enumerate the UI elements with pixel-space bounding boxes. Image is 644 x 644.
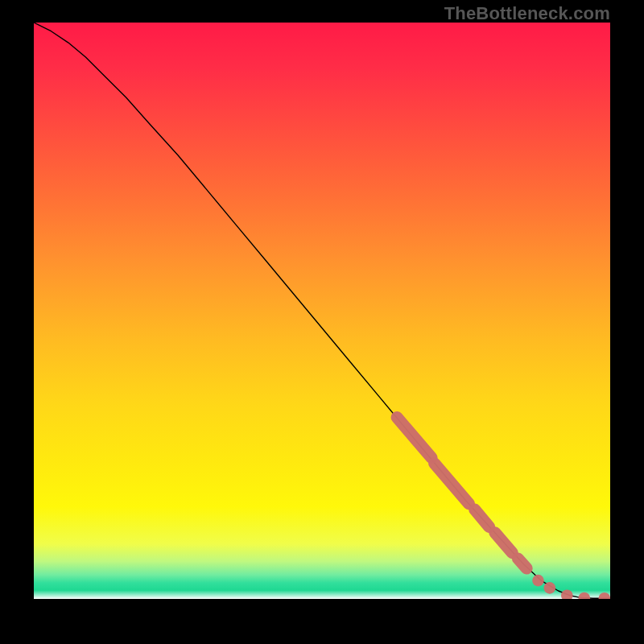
plot-area <box>34 23 610 599</box>
watermark: TheBottleneck.com <box>444 3 610 24</box>
marker-dot <box>532 575 544 587</box>
chart-svg <box>34 23 610 599</box>
marker-segment <box>518 559 526 568</box>
chart-frame: TheBottleneck.com <box>0 0 644 644</box>
gradient-background <box>34 23 610 599</box>
marker-dot <box>544 582 556 594</box>
